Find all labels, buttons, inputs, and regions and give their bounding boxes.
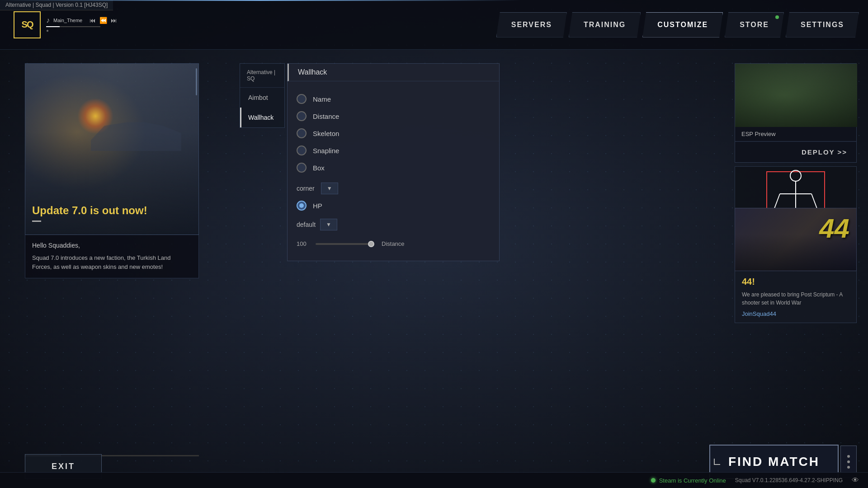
option-label-distance: Distance xyxy=(313,113,339,120)
music-prev-btn[interactable]: ⏮ xyxy=(90,17,96,24)
music-progress: ● xyxy=(46,26,117,33)
distance-text: Distance xyxy=(382,240,405,247)
nav-btn-settings[interactable]: SETTINGS xyxy=(786,12,859,38)
dot-3 xyxy=(847,466,850,469)
version-text: Squad V7.0.1.228536.649-4.27.2-SHIPPING xyxy=(735,477,843,483)
option-label-name: Name xyxy=(313,95,331,103)
wallhack-panel: Wallhack Name Distance Skeleton Snapline xyxy=(287,63,500,261)
svg-point-0 xyxy=(790,170,801,181)
main-content: Update 7.0 is out now! Hello Squaddies, … xyxy=(0,50,868,488)
corner-row: corner ▼ xyxy=(297,179,490,198)
music-progress-bar xyxy=(46,26,100,27)
status-bar: Steam is Currently Online Squad V7.0.1.2… xyxy=(0,472,868,488)
music-rewind-btn[interactable]: ⏪ xyxy=(99,17,107,24)
nav-btn-servers[interactable]: SERVERS xyxy=(496,12,567,38)
top-loading-fill xyxy=(0,0,521,1)
music-track-label: Main_Theme xyxy=(53,18,82,23)
steam-status-text: Steam is Currently Online xyxy=(659,477,726,484)
left-news-panel: Update 7.0 is out now! Hello Squaddies, … xyxy=(25,63,199,278)
news-text-area: Hello Squaddies, Squad 7.0 introduces a … xyxy=(25,235,199,278)
music-progress-dot: ● xyxy=(46,28,117,33)
nav-btn-store[interactable]: STORE xyxy=(725,12,784,38)
header: SQ ♪ Main_Theme ⏮ ⏪ ⏭ ● SERVERS TRAINING xyxy=(0,0,868,50)
hp-row: HP xyxy=(297,198,490,213)
side-menu-aimbot[interactable]: Aimbot xyxy=(240,88,284,108)
toggle-distance[interactable] xyxy=(297,111,307,121)
wallhack-title: Wallhack xyxy=(288,64,499,81)
side-menu-wallhack[interactable]: Wallhack xyxy=(240,108,284,127)
esp-preview-card: ESP Preview DEPLOY >> xyxy=(735,63,857,163)
toggle-skeleton[interactable] xyxy=(297,128,307,138)
deploy-button[interactable]: DEPLOY >> xyxy=(735,141,856,162)
distance-slider-thumb[interactable] xyxy=(368,241,374,247)
news-image: Update 7.0 is out now! xyxy=(25,63,199,235)
esp-preview-label: ESP Preview xyxy=(741,131,776,137)
music-next-btn[interactable]: ⏭ xyxy=(111,17,117,24)
second-card: 44 44! We are pleased to bring Post Scri… xyxy=(735,208,857,323)
logo: SQ xyxy=(14,11,41,38)
news-update-title: Update 7.0 is out now! xyxy=(32,204,192,217)
side-menu-header: Alternative | SQ xyxy=(240,64,284,88)
title-bar: Alternative | Squad | Version 0.1 [HJ43S… xyxy=(0,0,113,10)
distance-slider-container: 100 xyxy=(297,240,374,247)
option-row-distance: Distance xyxy=(297,108,490,125)
option-row-name: Name xyxy=(297,90,490,108)
corner-label: corner xyxy=(297,185,315,192)
second-card-text: 44! We are pleased to bring Post Scriptu… xyxy=(735,271,857,323)
news-minimize-bar xyxy=(32,221,41,222)
store-notification-dot xyxy=(775,15,779,19)
option-row-snapline: Snapline xyxy=(297,142,490,159)
logo-area: SQ ♪ Main_Theme ⏮ ⏪ ⏭ ● xyxy=(14,11,117,38)
scroll-indicator xyxy=(196,68,197,95)
title-text: Alternative | Squad | Version 0.1 [HJ43S… xyxy=(5,2,108,8)
music-player: ♪ Main_Theme ⏮ ⏪ ⏭ ● xyxy=(46,16,117,33)
esp-jungle-bg xyxy=(735,64,857,127)
toggle-hp[interactable] xyxy=(297,201,307,211)
toggle-name[interactable] xyxy=(297,94,307,104)
second-card-image: 44 xyxy=(735,208,857,271)
option-label-box: Box xyxy=(313,164,325,172)
corner-dropdown[interactable]: ▼ xyxy=(321,183,338,194)
news-hello: Hello Squaddies, xyxy=(32,242,192,249)
default-label: default xyxy=(297,221,316,228)
option-row-box: Box xyxy=(297,159,490,176)
steam-status-dot xyxy=(651,478,656,483)
nav-buttons: SERVERS TRAINING CUSTOMIZE STORE SETTING… xyxy=(496,12,859,38)
option-label-skeleton: Skeleton xyxy=(313,130,339,137)
dot-1 xyxy=(847,455,850,458)
second-card-link[interactable]: JoinSquad44 xyxy=(742,310,849,317)
option-label-snapline: Snapline xyxy=(313,147,339,155)
top-loading-bar xyxy=(0,0,868,1)
distance-row: 100 Distance xyxy=(297,236,490,252)
toggle-box[interactable] xyxy=(297,163,307,173)
music-progress-fill xyxy=(46,26,60,27)
steam-status: Steam is Currently Online xyxy=(651,477,726,484)
option-row-skeleton: Skeleton xyxy=(297,125,490,142)
side-menu: Alternative | SQ Aimbot Wallhack xyxy=(240,63,285,128)
distance-slider-track[interactable] xyxy=(316,243,374,245)
distance-value: 100 xyxy=(297,240,310,247)
second-card-body: We are pleased to bring Post Scriptum - … xyxy=(742,291,849,307)
esp-preview-image xyxy=(735,64,857,127)
option-label-hp: HP xyxy=(313,202,322,210)
card2-gradient xyxy=(735,235,856,271)
default-dropdown[interactable]: ▼ xyxy=(320,219,337,230)
news-body: Squad 7.0 introduces a new faction, the … xyxy=(32,253,192,271)
second-card-title: 44! xyxy=(742,277,849,287)
nav-btn-customize[interactable]: CUSTOMIZE xyxy=(642,12,723,38)
music-note-icon: ♪ xyxy=(46,16,50,24)
toggle-snapline[interactable] xyxy=(297,145,307,155)
esp-header-bar: ESP Preview xyxy=(735,127,856,141)
dot-2 xyxy=(847,460,850,463)
wallhack-content: Name Distance Skeleton Snapline Box xyxy=(288,81,499,261)
nav-btn-training[interactable]: TRAINING xyxy=(569,12,641,38)
visibility-icon[interactable]: 👁 xyxy=(852,476,859,484)
default-row: default ▼ xyxy=(297,215,490,234)
news-title-area: Update 7.0 is out now! xyxy=(32,204,192,225)
